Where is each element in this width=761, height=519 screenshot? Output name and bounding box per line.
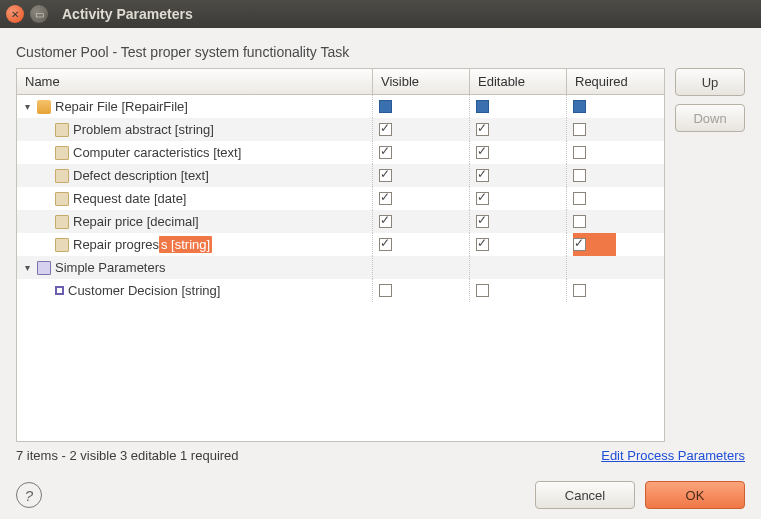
window-title: Activity Parameters	[62, 6, 193, 22]
row-label: Defect description [text]	[73, 168, 209, 183]
checkbox[interactable]	[476, 169, 489, 182]
param-icon	[55, 286, 64, 295]
row-label: Repair progress [string]	[73, 237, 212, 252]
table-row[interactable]: Repair price [decimal]	[17, 210, 664, 233]
checkbox[interactable]	[573, 215, 586, 228]
checkbox[interactable]	[379, 100, 392, 113]
table-header: Name Visible Editable Required	[17, 69, 664, 95]
checkbox[interactable]	[573, 169, 586, 182]
field-icon	[55, 169, 69, 183]
row-label: Repair price [decimal]	[73, 214, 199, 229]
row-label: Simple Parameters	[55, 260, 166, 275]
row-label: Request date [date]	[73, 191, 186, 206]
field-icon	[55, 192, 69, 206]
table-row[interactable]: Request date [date]	[17, 187, 664, 210]
checkbox[interactable]	[573, 192, 586, 205]
edit-process-parameters-link[interactable]: Edit Process Parameters	[601, 448, 745, 463]
field-icon	[55, 215, 69, 229]
checkbox[interactable]	[379, 146, 392, 159]
table-row[interactable]: Customer Decision [string]	[17, 279, 664, 302]
checkbox[interactable]	[476, 123, 489, 136]
ok-button[interactable]: OK	[645, 481, 745, 509]
checkbox[interactable]	[379, 284, 392, 297]
checkbox[interactable]	[573, 284, 586, 297]
header-editable[interactable]: Editable	[470, 69, 567, 94]
checkbox[interactable]	[476, 215, 489, 228]
checkbox[interactable]	[379, 192, 392, 205]
checkbox[interactable]	[573, 100, 586, 113]
checkbox[interactable]	[476, 192, 489, 205]
up-button[interactable]: Up	[675, 68, 745, 96]
minimize-icon[interactable]: ▭	[30, 5, 48, 23]
field-icon	[55, 238, 69, 252]
checkbox[interactable]	[476, 238, 489, 251]
down-button[interactable]: Down	[675, 104, 745, 132]
checkbox[interactable]	[476, 100, 489, 113]
titlebar: ✕ ▭ Activity Parameters	[0, 0, 761, 28]
checkbox[interactable]	[379, 238, 392, 251]
help-button[interactable]: ?	[16, 482, 42, 508]
header-required[interactable]: Required	[567, 69, 664, 94]
file-icon	[37, 100, 51, 114]
table-row[interactable]: Problem abstract [string]	[17, 118, 664, 141]
table-row[interactable]: Defect description [text]	[17, 164, 664, 187]
header-name[interactable]: Name	[17, 69, 373, 94]
checkbox[interactable]	[379, 215, 392, 228]
row-label: Customer Decision [string]	[68, 283, 220, 298]
close-icon[interactable]: ✕	[6, 5, 24, 23]
table-row[interactable]: ▾Simple Parameters	[17, 256, 664, 279]
checkbox[interactable]	[573, 238, 586, 251]
breadcrumb-subtitle: Customer Pool - Test proper system funct…	[16, 44, 745, 60]
field-icon	[55, 123, 69, 137]
group-icon	[37, 261, 51, 275]
checkbox[interactable]	[573, 146, 586, 159]
field-icon	[55, 146, 69, 160]
checkbox[interactable]	[476, 146, 489, 159]
row-label: Computer caracteristics [text]	[73, 145, 241, 160]
parameters-table: Name Visible Editable Required ▾Repair F…	[16, 68, 665, 442]
table-row[interactable]: ▾Repair File [RepairFile]	[17, 95, 664, 118]
status-text: 7 items - 2 visible 3 editable 1 require…	[16, 448, 239, 463]
checkbox[interactable]	[379, 169, 392, 182]
checkbox[interactable]	[379, 123, 392, 136]
table-row[interactable]: Computer caracteristics [text]	[17, 141, 664, 164]
table-row[interactable]: Repair progress [string]	[17, 233, 664, 256]
checkbox[interactable]	[476, 284, 489, 297]
header-visible[interactable]: Visible	[373, 69, 470, 94]
row-label: Repair File [RepairFile]	[55, 99, 188, 114]
expander-icon[interactable]: ▾	[21, 101, 33, 112]
checkbox[interactable]	[573, 123, 586, 136]
row-label: Problem abstract [string]	[73, 122, 214, 137]
cancel-button[interactable]: Cancel	[535, 481, 635, 509]
expander-icon[interactable]: ▾	[21, 262, 33, 273]
